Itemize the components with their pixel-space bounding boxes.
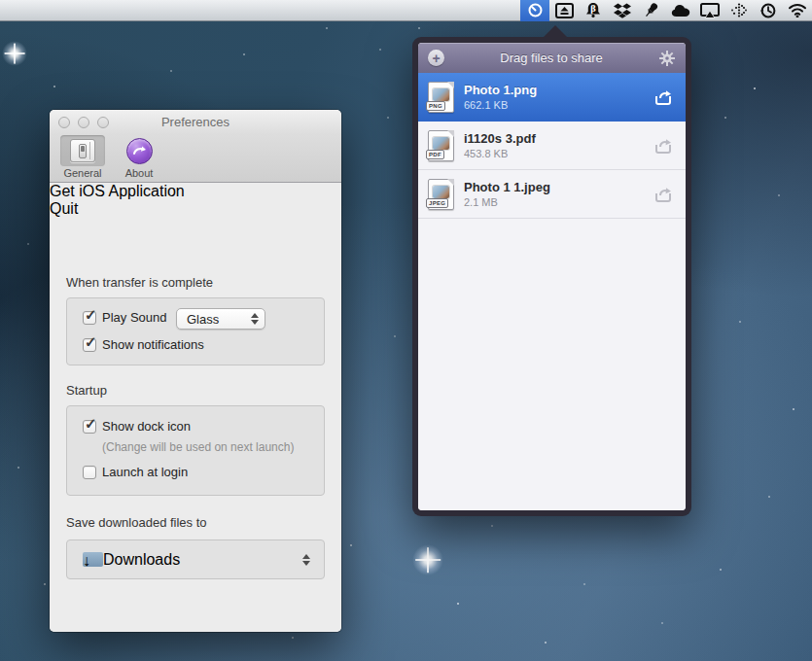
- dock-icon-checkbox[interactable]: ✓: [83, 420, 96, 434]
- about-app-icon: [126, 138, 153, 164]
- popover-header: + Drag files to share: [418, 43, 686, 73]
- share-button[interactable]: [653, 136, 674, 156]
- bluetooth-dots-icon[interactable]: [724, 0, 754, 21]
- beta-bell-icon[interactable]: β: [579, 0, 608, 21]
- share-button[interactable]: [653, 87, 674, 107]
- pin-icon[interactable]: [637, 0, 666, 21]
- get-ios-button[interactable]: Get iOS Application: [50, 183, 341, 200]
- bright-star: [412, 544, 443, 575]
- time-machine-icon[interactable]: [754, 0, 783, 21]
- share-icon: [653, 186, 673, 203]
- section-heading-transfer: When transfer is complete: [66, 275, 213, 290]
- play-sound-label: Play Sound: [102, 310, 167, 325]
- checkmark: ✓: [85, 306, 97, 324]
- file-name: Photo 1 1.jpeg: [464, 180, 653, 194]
- sound-popup-value: Glass: [187, 312, 219, 327]
- share-button[interactable]: [653, 185, 674, 204]
- transfer-groupbox: ✓ Play Sound Glass ✓ Show notifications: [66, 297, 325, 365]
- tab-general[interactable]: General: [57, 135, 108, 179]
- sound-popup-button[interactable]: Glass: [176, 308, 265, 330]
- file-row[interactable]: JPEG Photo 1 1.jpeg 2.1 MB: [418, 170, 686, 219]
- file-name: Photo 1.png: [464, 83, 653, 97]
- downloads-folder-icon: ↓: [83, 552, 103, 567]
- notifications-checkbox[interactable]: ✓: [83, 338, 96, 352]
- share-popover: + Drag files to share PNG Photo 1.png 66…: [412, 37, 691, 516]
- app-clock-icon[interactable]: [520, 0, 549, 21]
- preferences-window: Preferences General About When transfer …: [50, 110, 341, 632]
- pdf-file-icon: PDF: [428, 130, 454, 161]
- startup-groupbox: ✓ Show dock icon (Change will be used on…: [66, 405, 325, 496]
- dropbox-icon[interactable]: [608, 0, 637, 21]
- jpeg-file-icon: JPEG: [428, 179, 454, 210]
- launch-login-label: Launch at login: [102, 465, 188, 479]
- tab-about[interactable]: About: [114, 135, 164, 179]
- save-folder-value: Downloads: [103, 551, 180, 569]
- share-icon: [653, 137, 673, 155]
- dock-note: (Change will be used on next launch): [102, 440, 294, 454]
- add-files-button[interactable]: +: [428, 50, 444, 66]
- gear-icon: [659, 51, 675, 66]
- title-bar[interactable]: Preferences: [50, 110, 341, 134]
- file-row[interactable]: PDF i1120s 3.pdf 453.8 KB: [418, 122, 686, 170]
- section-heading-save: Save downloaded files to: [66, 515, 207, 530]
- bright-star: [2, 41, 27, 66]
- file-size: 453.8 KB: [464, 148, 653, 159]
- save-folder-popup[interactable]: ↓ Downloads: [66, 539, 325, 579]
- prefs-content: When transfer is complete ✓ Play Sound G…: [50, 183, 341, 632]
- play-sound-checkbox[interactable]: ✓: [83, 311, 96, 325]
- section-heading-startup: Startup: [66, 383, 107, 398]
- png-file-icon: PNG: [428, 82, 454, 113]
- cloud-icon[interactable]: [666, 0, 695, 21]
- file-row[interactable]: PNG Photo 1.png 662.1 KB: [418, 73, 686, 122]
- airplay-display-icon[interactable]: [695, 0, 724, 21]
- dock-icon-label: Show dock icon: [102, 419, 191, 434]
- settings-gear-button[interactable]: [658, 50, 676, 67]
- stepper-arrows-icon: [251, 313, 259, 325]
- status-icons: β: [520, 0, 812, 21]
- notifications-label: Show notifications: [102, 337, 204, 352]
- prefs-toolbar: General About: [50, 134, 341, 183]
- file-list: PNG Photo 1.png 662.1 KB PDF: [418, 73, 686, 510]
- eject-box-icon[interactable]: [549, 0, 579, 21]
- checkmark: ✓: [85, 333, 97, 351]
- drop-zone[interactable]: [418, 219, 686, 510]
- window-title: Preferences: [50, 115, 341, 129]
- checkmark: ✓: [85, 415, 97, 433]
- general-switch-icon: [70, 139, 95, 162]
- menu-bar: β: [0, 0, 812, 21]
- popover-title: Drag files to share: [444, 51, 658, 65]
- popover-arrow: [543, 25, 568, 38]
- stepper-arrows-icon: [302, 554, 310, 566]
- svg-text:β: β: [590, 4, 596, 14]
- notifications-row: ✓ Show notifications: [83, 337, 204, 352]
- launch-login-row: ✓ Launch at login: [83, 465, 188, 479]
- launch-login-checkbox[interactable]: ✓: [83, 466, 96, 479]
- desktop: β: [0, 0, 812, 661]
- quit-button[interactable]: Quit: [50, 200, 341, 218]
- wifi-icon[interactable]: [783, 0, 812, 21]
- file-size: 2.1 MB: [464, 196, 653, 208]
- play-sound-row: ✓ Play Sound: [83, 310, 167, 325]
- file-size: 662.1 KB: [464, 99, 653, 111]
- file-name: i1120s 3.pdf: [464, 131, 653, 146]
- dock-icon-row: ✓ Show dock icon: [83, 419, 191, 434]
- share-icon: [653, 88, 673, 106]
